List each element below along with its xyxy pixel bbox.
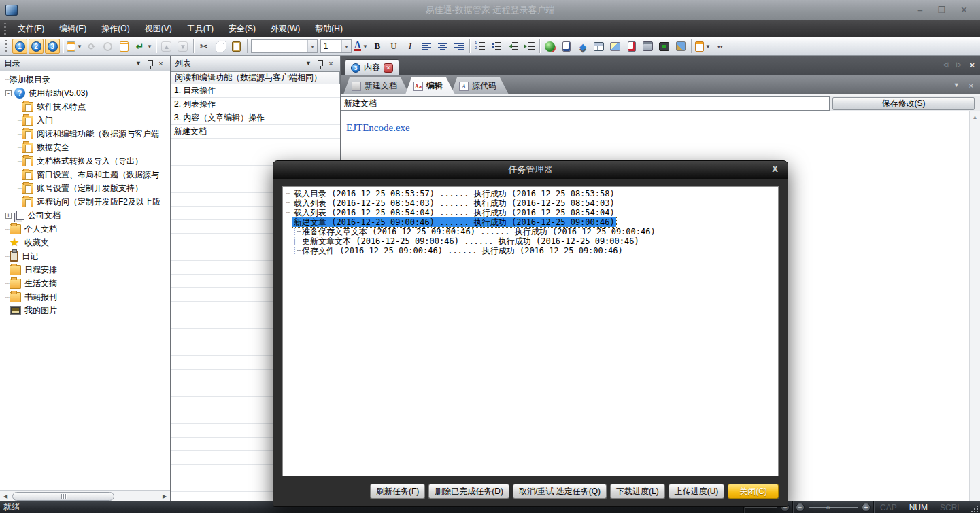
- paste-special-button[interactable]: ▼: [694, 39, 711, 54]
- tree-item[interactable]: ┈远程访问（定制开发版F2及以上版: [0, 195, 170, 209]
- cut-button[interactable]: ✂: [197, 39, 212, 54]
- doc-tab-编辑[interactable]: Aa编辑: [405, 77, 455, 94]
- hscroll-thumb[interactable]: [12, 492, 114, 501]
- return-button[interactable]: ↵▼: [133, 39, 153, 54]
- list-item[interactable]: 1. 目录操作: [171, 84, 340, 98]
- dialog-button-action[interactable]: 刷新任务(F): [370, 484, 425, 499]
- indent-button[interactable]: [522, 39, 537, 54]
- tab-strip-close-icon[interactable]: ×: [970, 60, 975, 70]
- zoom-out-icon[interactable]: −: [796, 503, 805, 512]
- tab-nav-right-icon[interactable]: ▷: [956, 60, 962, 70]
- collapse-icon[interactable]: -: [5, 90, 12, 96]
- tree-item[interactable]: ┈账号设置（定制开发版支持）: [0, 181, 170, 195]
- copy-button[interactable]: [213, 39, 228, 54]
- hyperlink-button[interactable]: [543, 39, 558, 54]
- close-button[interactable]: ✕: [960, 5, 968, 15]
- resize-grip[interactable]: [969, 503, 979, 513]
- dialog-button-action[interactable]: 取消/重试 选定任务(Q): [513, 484, 607, 499]
- underline-button[interactable]: U: [386, 39, 401, 54]
- dialog-button-action[interactable]: 删除已完成任务(D): [428, 484, 509, 499]
- toolbar-grip-handle[interactable]: [4, 40, 9, 52]
- task-row[interactable]: ┈新建文章 (2016-12-25 09:00:46) ...... 执行成功 …: [284, 217, 777, 227]
- font-color-button-caret-icon[interactable]: ▼: [362, 43, 368, 50]
- quick-view-3-button[interactable]: 3: [45, 39, 60, 54]
- paste-button[interactable]: [229, 39, 244, 54]
- directory-close-icon[interactable]: ×: [156, 59, 166, 67]
- new-document-button-caret-icon[interactable]: ▼: [77, 43, 82, 50]
- font-color-button[interactable]: A▼: [354, 39, 369, 54]
- dialog-button-action[interactable]: 下载进度(L): [610, 484, 665, 499]
- font-size-combo-dropdown-icon[interactable]: ▼: [341, 40, 351, 52]
- zoom-track-1[interactable]: [745, 507, 777, 508]
- paste-special-button-caret-icon[interactable]: ▼: [705, 43, 711, 50]
- tab-filter-icon[interactable]: ▼: [953, 82, 960, 90]
- list-item[interactable]: 2. 列表操作: [171, 98, 340, 111]
- tree-item[interactable]: ┈个人文档: [0, 222, 170, 236]
- expand-icon[interactable]: +: [5, 213, 12, 219]
- task-row[interactable]: ┊╌更新文章文本 (2016-12-25 09:00:46) ...... 执行…: [284, 236, 777, 246]
- tree-item[interactable]: ┈我的图片: [0, 304, 170, 317]
- outdent-button[interactable]: [505, 39, 520, 54]
- directory-hscrollbar[interactable]: ◀ ▶: [0, 490, 170, 501]
- tree-item[interactable]: ┈数据安全: [0, 141, 170, 154]
- tree-item[interactable]: ┈窗口设置、布局和主题（数据源与: [0, 168, 170, 181]
- bullet-list-button[interactable]: [489, 39, 504, 54]
- align-right-button[interactable]: [452, 39, 467, 54]
- font-name-combo[interactable]: ▼: [251, 39, 318, 53]
- quick-view-1-button[interactable]: 1: [12, 39, 27, 54]
- directory-menu-icon[interactable]: ▼: [133, 60, 143, 67]
- numbered-list-button[interactable]: [473, 39, 488, 54]
- tab-content-group[interactable]: 3 内容 ✕: [345, 59, 399, 75]
- list-menu-icon[interactable]: ▼: [303, 60, 314, 67]
- dialog-title-bar[interactable]: 任务管理器 X: [273, 161, 788, 179]
- doc-tab-新建文档[interactable]: 新建文档: [343, 77, 409, 94]
- return-button-caret-icon[interactable]: ▼: [147, 43, 152, 50]
- dialog-close-icon[interactable]: X: [772, 164, 778, 174]
- task-row[interactable]: ┈载入列表 (2016-12-25 08:54:03) ...... 执行成功 …: [284, 198, 777, 208]
- task-row[interactable]: ┈载入列表 (2016-12-25 08:54:04) ...... 执行成功 …: [284, 208, 777, 217]
- menu-item-w[interactable]: 外观(W): [263, 20, 307, 37]
- zoom-in-icon[interactable]: +: [862, 503, 871, 512]
- list-pin-icon[interactable]: [318, 60, 323, 66]
- zoom-slider-marker[interactable]: ⌂: [826, 503, 830, 510]
- bold-button[interactable]: B: [370, 39, 385, 54]
- tree-item[interactable]: ┈入门: [0, 113, 170, 127]
- font-name-combo-dropdown-icon[interactable]: ▼: [307, 40, 317, 52]
- task-row[interactable]: ┊╌准备保存文章文本 (2016-12-25 09:00:46) ...... …: [284, 227, 777, 236]
- document-title-input[interactable]: [341, 96, 830, 111]
- menu-item-v[interactable]: 视图(V): [137, 20, 180, 37]
- zoom-slider[interactable]: ⌂: [809, 507, 858, 508]
- document-vscrollbar[interactable]: ▲: [969, 111, 980, 501]
- task-list[interactable]: ┈载入目录 (2016-12-25 08:53:57) ...... 执行成功 …: [282, 186, 779, 476]
- tree-item[interactable]: ┈日记: [0, 249, 170, 263]
- list-page-button[interactable]: [117, 39, 132, 54]
- list-item[interactable]: 3. 内容（文章编辑）操作: [171, 111, 340, 125]
- tree-item[interactable]: ┈软件技术特点: [0, 100, 170, 113]
- tree-item[interactable]: ┈日程安排: [0, 263, 170, 277]
- edit-document-button[interactable]: [624, 39, 639, 54]
- insert-image-button[interactable]: [608, 39, 623, 54]
- new-document-button[interactable]: ▼: [66, 39, 83, 54]
- list-close-icon[interactable]: ×: [326, 59, 336, 67]
- directory-pin-icon[interactable]: [148, 60, 153, 66]
- menu-item-t[interactable]: 工具(T): [180, 20, 221, 37]
- italic-button[interactable]: I: [403, 39, 418, 54]
- font-size-combo[interactable]: 1▼: [320, 39, 352, 53]
- doc-tab-源代码[interactable]: A源代码: [451, 77, 509, 94]
- tree-item[interactable]: ┈文档格式转换及导入（导出）: [0, 154, 170, 168]
- dialog-button-action[interactable]: 上传进度(U): [669, 484, 725, 499]
- align-center-button[interactable]: [435, 39, 450, 54]
- vscroll-up-icon[interactable]: ▲: [970, 111, 980, 120]
- minimize-button[interactable]: –: [917, 5, 922, 15]
- snapshot-button[interactable]: [657, 39, 672, 54]
- list-item[interactable]: 新建文档: [171, 125, 340, 139]
- menu-item-h[interactable]: 帮助(H): [307, 20, 350, 37]
- hscroll-right-icon[interactable]: ▶: [159, 491, 170, 501]
- dialog-button-close[interactable]: 关闭(C): [728, 484, 779, 499]
- window-frame-button[interactable]: [641, 39, 656, 54]
- menubar-grip-handle[interactable]: [3, 23, 7, 35]
- menu-item-f[interactable]: 文件(F): [10, 20, 52, 37]
- layers-button[interactable]: ◆: [575, 39, 590, 54]
- format-brush-button[interactable]: [673, 39, 688, 54]
- menu-item-o[interactable]: 操作(O): [94, 20, 137, 37]
